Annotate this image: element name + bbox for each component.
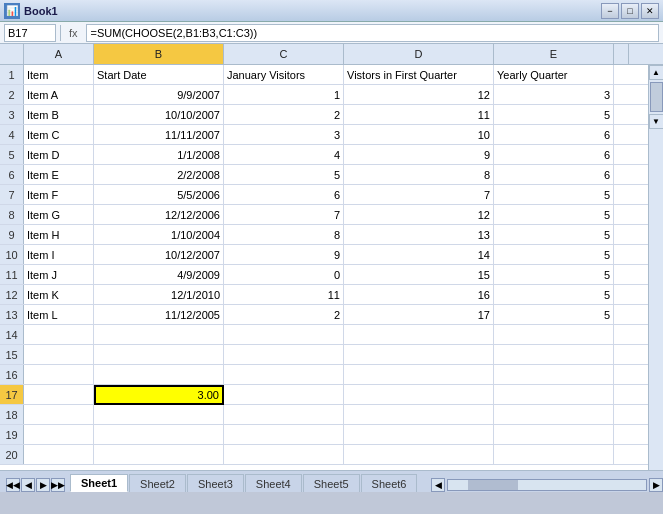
row-number[interactable]: 9 xyxy=(0,225,24,244)
list-item[interactable]: Item F xyxy=(24,185,94,205)
list-item[interactable]: 11 xyxy=(224,285,344,305)
scroll-thumb[interactable] xyxy=(650,82,663,112)
list-item[interactable]: 2/2/2008 xyxy=(94,165,224,185)
list-item[interactable]: 10 xyxy=(344,125,494,145)
list-item[interactable]: 6 xyxy=(224,185,344,205)
list-item[interactable]: 1/10/2004 xyxy=(94,225,224,245)
list-item[interactable]: Item D xyxy=(24,145,94,165)
col-header-d[interactable]: D xyxy=(344,44,494,64)
list-item[interactable]: Start Date xyxy=(94,65,224,85)
list-item[interactable]: 6 xyxy=(494,125,614,145)
list-item[interactable]: 6 xyxy=(494,165,614,185)
list-item[interactable] xyxy=(224,325,344,345)
list-item[interactable] xyxy=(94,405,224,425)
list-item[interactable]: 5 xyxy=(494,305,614,325)
row-number[interactable]: 6 xyxy=(0,165,24,184)
minimize-button[interactable]: − xyxy=(601,3,619,19)
list-item[interactable]: Item G xyxy=(24,205,94,225)
list-item[interactable]: 16 xyxy=(344,285,494,305)
list-item[interactable]: 5/5/2006 xyxy=(94,185,224,205)
list-item[interactable] xyxy=(344,405,494,425)
list-item[interactable]: 9 xyxy=(224,245,344,265)
list-item[interactable]: Item C xyxy=(24,125,94,145)
list-item[interactable] xyxy=(224,385,344,405)
h-scroll-left[interactable]: ◀ xyxy=(431,478,445,492)
list-item[interactable]: 3 xyxy=(494,85,614,105)
list-item[interactable]: 5 xyxy=(494,205,614,225)
list-item[interactable] xyxy=(24,385,94,405)
list-item[interactable] xyxy=(94,365,224,385)
list-item[interactable] xyxy=(344,345,494,365)
list-item[interactable]: 11/12/2005 xyxy=(94,305,224,325)
list-item[interactable] xyxy=(494,425,614,445)
close-button[interactable]: ✕ xyxy=(641,3,659,19)
list-item[interactable]: 5 xyxy=(494,185,614,205)
list-item[interactable]: Item H xyxy=(24,225,94,245)
row-number[interactable]: 18 xyxy=(0,405,24,424)
row-number[interactable]: 10 xyxy=(0,245,24,264)
row-number[interactable]: 2 xyxy=(0,85,24,104)
list-item[interactable]: 8 xyxy=(344,165,494,185)
list-item[interactable] xyxy=(344,445,494,465)
row-number[interactable]: 8 xyxy=(0,205,24,224)
list-item[interactable]: 9 xyxy=(344,145,494,165)
sheet-tab-sheet1[interactable]: Sheet1 xyxy=(70,474,128,492)
list-item[interactable] xyxy=(224,365,344,385)
sheet-tab-sheet5[interactable]: Sheet5 xyxy=(303,474,360,492)
list-item[interactable]: 9/9/2007 xyxy=(94,85,224,105)
list-item[interactable] xyxy=(494,445,614,465)
list-item[interactable] xyxy=(94,325,224,345)
col-header-c[interactable]: C xyxy=(224,44,344,64)
col-header-a[interactable]: A xyxy=(24,44,94,64)
list-item[interactable]: 10/12/2007 xyxy=(94,245,224,265)
list-item[interactable]: 12/1/2010 xyxy=(94,285,224,305)
row-number[interactable]: 1 xyxy=(0,65,24,84)
list-item[interactable]: 12/12/2006 xyxy=(94,205,224,225)
sheet-tab-sheet3[interactable]: Sheet3 xyxy=(187,474,244,492)
h-scroll-right[interactable]: ▶ xyxy=(649,478,663,492)
list-item[interactable]: Item xyxy=(24,65,94,85)
list-item[interactable]: January Visitors xyxy=(224,65,344,85)
list-item[interactable]: Yearly Quarter xyxy=(494,65,614,85)
list-item[interactable] xyxy=(24,405,94,425)
scroll-down-button[interactable]: ▼ xyxy=(649,114,664,129)
list-item[interactable] xyxy=(344,425,494,445)
list-item[interactable] xyxy=(24,425,94,445)
list-item[interactable]: 7 xyxy=(344,185,494,205)
list-item[interactable]: Item I xyxy=(24,245,94,265)
list-item[interactable] xyxy=(224,445,344,465)
row-number[interactable]: 17 xyxy=(0,385,24,404)
list-item[interactable]: 12 xyxy=(344,85,494,105)
list-item[interactable] xyxy=(24,445,94,465)
row-number[interactable]: 13 xyxy=(0,305,24,324)
row-number[interactable]: 5 xyxy=(0,145,24,164)
scroll-up-button[interactable]: ▲ xyxy=(649,65,664,80)
tab-first-button[interactable]: ◀◀ xyxy=(6,478,20,492)
list-item[interactable]: 12 xyxy=(344,205,494,225)
list-item[interactable] xyxy=(224,345,344,365)
list-item[interactable]: 6 xyxy=(494,145,614,165)
list-item[interactable]: 4 xyxy=(224,145,344,165)
list-item[interactable]: 5 xyxy=(494,105,614,125)
sheet-tab-sheet6[interactable]: Sheet6 xyxy=(361,474,418,492)
list-item[interactable]: 10/10/2007 xyxy=(94,105,224,125)
maximize-button[interactable]: □ xyxy=(621,3,639,19)
list-item[interactable]: 2 xyxy=(224,105,344,125)
row-number[interactable]: 4 xyxy=(0,125,24,144)
list-item[interactable]: Item A xyxy=(24,85,94,105)
row-number[interactable]: 7 xyxy=(0,185,24,204)
list-item[interactable]: 3.00 xyxy=(94,385,224,405)
row-number[interactable]: 14 xyxy=(0,325,24,344)
list-item[interactable] xyxy=(494,345,614,365)
list-item[interactable]: 14 xyxy=(344,245,494,265)
formula-input[interactable]: =SUM(CHOOSE(2,B1:B3,C1:C3)) xyxy=(86,24,659,42)
vertical-scrollbar[interactable]: ▲ ▼ xyxy=(648,65,663,470)
list-item[interactable]: 1/1/2008 xyxy=(94,145,224,165)
row-number[interactable]: 11 xyxy=(0,265,24,284)
list-item[interactable]: 4/9/2009 xyxy=(94,265,224,285)
h-scrollbar-thumb[interactable] xyxy=(468,480,518,490)
list-item[interactable]: Vistors in First Quarter xyxy=(344,65,494,85)
tab-prev-button[interactable]: ◀ xyxy=(21,478,35,492)
row-number[interactable]: 12 xyxy=(0,285,24,304)
list-item[interactable] xyxy=(94,445,224,465)
